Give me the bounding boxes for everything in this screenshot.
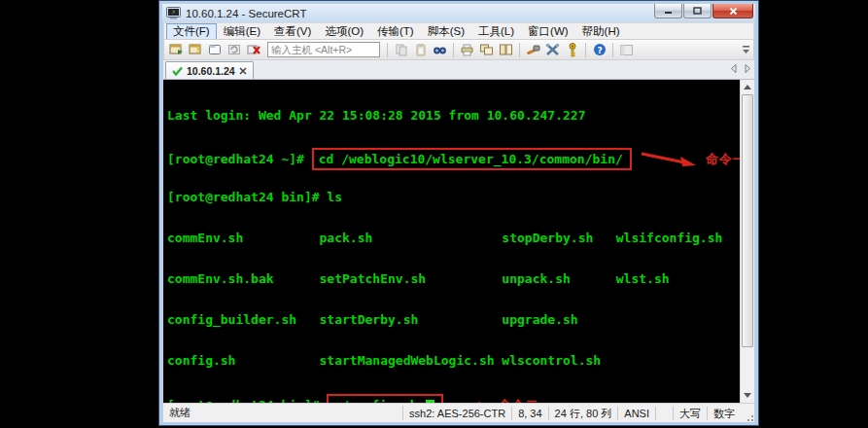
terminal-line-command-2: [root@redhat24 bin]# ./config.sh命令二 <box>167 399 740 403</box>
session-manager-icon <box>619 44 634 56</box>
statusbar: 就绪 ssh2: AES-256-CTR 8, 34 24 行, 80 列 AN… <box>163 403 754 422</box>
toolbar-separator <box>519 43 520 57</box>
terminal-ls-row: config_builder.sh startDerby.sh upgrade.… <box>167 313 740 327</box>
terminal-ls-row: commEnv.sh.bak setPatchEnv.sh unpack.sh … <box>167 272 740 286</box>
command-1-text: cd /weblogic10/wlserver_10.3/common/bin/ <box>319 152 623 166</box>
terminal-scrollbar[interactable] <box>740 80 754 403</box>
session-options-icon <box>526 43 540 56</box>
scrollbar-track[interactable] <box>741 94 754 388</box>
shell-prompt: [root@redhat24 ~]# <box>167 152 312 166</box>
copy-button[interactable] <box>392 41 410 58</box>
menu-script[interactable]: 脚本(S) <box>421 23 471 40</box>
tab-scroll-left-icon[interactable] <box>731 64 737 73</box>
help-icon: ? <box>593 43 607 56</box>
terminal-line-command-1: [root@redhat24 ~]# cd /weblogic10/wlserv… <box>167 150 740 163</box>
annotation-box-command-2: ./config.sh <box>327 394 443 403</box>
command-2-text: ./config.sh <box>333 398 417 403</box>
terminal[interactable]: Last login: Wed Apr 22 15:08:28 2015 fro… <box>163 80 740 403</box>
toolbar-separator <box>453 43 454 57</box>
connect-in-tab-button[interactable] <box>206 41 225 58</box>
status-ready: 就绪 <box>163 406 403 420</box>
titlebar[interactable]: 10.60.1.24 - SecureCRT <box>162 4 755 22</box>
paste-button[interactable] <box>411 41 430 58</box>
tab-close-icon[interactable] <box>239 67 247 75</box>
maximize-button[interactable] <box>683 4 712 18</box>
find-icon <box>433 44 447 56</box>
status-emulation: ANSI <box>618 407 656 420</box>
menu-help[interactable]: 帮助(H) <box>575 23 627 40</box>
status-cipher: ssh2: AES-256-CTR <box>403 407 512 420</box>
help-button[interactable]: ? <box>590 41 608 58</box>
maximize-icon <box>693 7 702 15</box>
annotation-box-command-1: cd /weblogic10/wlserver_10.3/common/bin/ <box>312 148 632 170</box>
window-title: 10.60.1.24 - SecureCRT <box>186 8 306 19</box>
annotation-label-2: 命令二 <box>498 398 538 403</box>
svg-text:?: ? <box>597 46 602 55</box>
copy-icon <box>395 43 408 56</box>
tile-sessions-button[interactable] <box>497 41 515 58</box>
terminal-ls-row: commEnv.sh pack.sh stopDerby.sh wlsifcon… <box>167 232 740 245</box>
terminal-line: Last login: Wed Apr 22 15:08:28 2015 fro… <box>167 109 740 123</box>
connect-icon <box>169 43 184 56</box>
menu-file[interactable]: 文件(F) <box>166 23 217 40</box>
menu-window[interactable]: 窗口(W) <box>521 23 575 40</box>
key-icon <box>569 43 576 57</box>
menu-transfer[interactable]: 传输(T) <box>370 23 421 40</box>
shell-prompt: [root@redhat24 bin]# <box>167 398 327 403</box>
tab-label: 10.60.1.24 <box>187 65 235 77</box>
reconnect-icon <box>227 43 242 56</box>
scrollbar-down-button[interactable] <box>741 388 754 403</box>
annotation-label-1: 命令一 <box>706 152 740 166</box>
scroll-up-icon <box>744 85 751 89</box>
resize-grip-icon <box>745 412 754 422</box>
status-num-lock: 数字 <box>708 407 741 420</box>
securecrt-window: 10.60.1.24 - SecureCRT 文件(F) 编辑(E) 查看(V)… <box>158 0 759 426</box>
disconnect-button[interactable] <box>245 41 263 58</box>
session-manager-button[interactable] <box>617 41 636 58</box>
print-button[interactable] <box>458 41 476 58</box>
status-terminal-size: 24 行, 80 列 <box>549 407 619 420</box>
menubar: 文件(F) 编辑(E) 查看(V) 选项(O) 传输(T) 脚本(S) 工具(L… <box>163 22 754 39</box>
cascade-sessions-icon <box>479 43 494 56</box>
terminal-line: [root@redhat24 bin]# ls <box>167 191 740 204</box>
global-options-button[interactable] <box>543 41 562 58</box>
tabbar: 10.60.1.24 <box>163 60 754 80</box>
app-icon <box>166 7 181 19</box>
keygen-button[interactable] <box>563 41 581 58</box>
menu-tools[interactable]: 工具(L) <box>471 23 521 40</box>
cascade-sessions-button[interactable] <box>477 41 496 58</box>
quick-connect-button[interactable] <box>187 41 205 58</box>
toolbar-separator <box>387 43 388 57</box>
session-options-button[interactable] <box>524 41 542 58</box>
host-input[interactable] <box>267 42 380 57</box>
scrollbar-up-button[interactable] <box>741 80 754 94</box>
toolbar: ? <box>163 39 754 60</box>
connected-check-icon <box>172 66 183 76</box>
find-button[interactable] <box>431 41 449 58</box>
resize-grip[interactable] <box>741 404 754 422</box>
annotation-arrow-2 <box>451 401 494 404</box>
print-icon <box>460 43 474 56</box>
tile-sessions-icon <box>499 43 513 56</box>
connect-in-tab-icon <box>208 43 223 56</box>
reconnect-button[interactable] <box>226 41 244 58</box>
close-button[interactable] <box>712 4 753 18</box>
connect-button[interactable] <box>167 41 186 58</box>
status-caps-lock: 大写 <box>674 407 708 420</box>
scrollbar-thumb[interactable] <box>742 94 753 347</box>
toolbar-separator <box>585 43 586 57</box>
status-empty-cell <box>656 407 674 420</box>
menu-edit[interactable]: 编辑(E) <box>217 23 267 40</box>
scroll-down-icon <box>744 393 751 398</box>
minimize-button[interactable] <box>654 4 682 18</box>
global-options-icon <box>545 43 560 56</box>
status-cursor-position: 8, 34 <box>512 407 548 420</box>
annotation-arrow-1 <box>640 150 702 169</box>
toolbar-overflow-button[interactable] <box>741 46 750 54</box>
tab-scroll-right-icon[interactable] <box>745 64 750 73</box>
minimize-icon <box>664 8 673 15</box>
quick-connect-icon <box>189 43 203 56</box>
menu-view[interactable]: 查看(V) <box>267 23 318 40</box>
menu-options[interactable]: 选项(O) <box>318 23 370 40</box>
session-tab[interactable]: 10.60.1.24 <box>165 61 254 79</box>
